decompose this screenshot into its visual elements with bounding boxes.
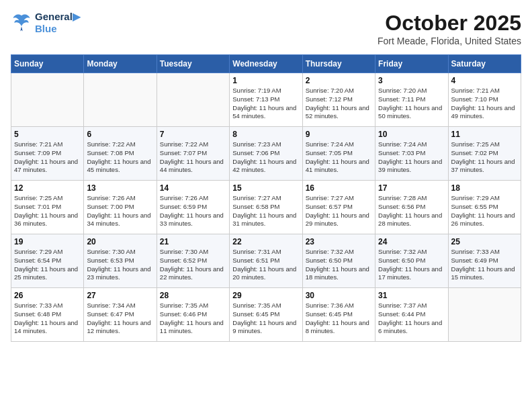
weekday-header: Wednesday [230, 55, 302, 73]
day-number: 3 [378, 76, 445, 85]
day-number: 17 [378, 183, 445, 193]
calendar-week-row: 19Sunrise: 7:29 AM Sunset: 6:54 PM Dayli… [11, 234, 521, 288]
calendar-cell: 11Sunrise: 7:25 AM Sunset: 7:02 PM Dayli… [448, 127, 521, 181]
day-info: Sunrise: 7:36 AM Sunset: 6:45 PM Dayligh… [306, 302, 372, 336]
calendar-cell: 14Sunrise: 7:26 AM Sunset: 6:59 PM Dayli… [157, 181, 229, 234]
day-info: Sunrise: 7:32 AM Sunset: 6:50 PM Dayligh… [378, 248, 445, 282]
logo-text: General▶ Blue [35, 11, 81, 34]
calendar-cell: 13Sunrise: 7:26 AM Sunset: 7:00 PM Dayli… [84, 181, 157, 234]
calendar-cell: 5Sunrise: 7:21 AM Sunset: 7:09 PM Daylig… [11, 127, 84, 181]
calendar-cell: 29Sunrise: 7:35 AM Sunset: 6:45 PM Dayli… [230, 288, 302, 342]
calendar-cell: 23Sunrise: 7:32 AM Sunset: 6:50 PM Dayli… [302, 234, 375, 288]
calendar-cell: 25Sunrise: 7:33 AM Sunset: 6:49 PM Dayli… [448, 234, 521, 288]
day-info: Sunrise: 7:32 AM Sunset: 6:50 PM Dayligh… [306, 248, 372, 282]
calendar-week-row: 26Sunrise: 7:33 AM Sunset: 6:48 PM Dayli… [11, 288, 521, 342]
calendar-cell: 12Sunrise: 7:25 AM Sunset: 7:01 PM Dayli… [11, 181, 84, 234]
calendar-cell: 31Sunrise: 7:37 AM Sunset: 6:44 PM Dayli… [375, 288, 448, 342]
day-info: Sunrise: 7:20 AM Sunset: 7:12 PM Dayligh… [306, 87, 372, 121]
day-info: Sunrise: 7:24 AM Sunset: 7:03 PM Dayligh… [378, 140, 445, 175]
calendar-cell: 30Sunrise: 7:36 AM Sunset: 6:45 PM Dayli… [302, 288, 375, 342]
day-info: Sunrise: 7:33 AM Sunset: 6:48 PM Dayligh… [14, 302, 81, 336]
calendar-cell: 8Sunrise: 7:23 AM Sunset: 7:06 PM Daylig… [230, 127, 302, 181]
day-info: Sunrise: 7:22 AM Sunset: 7:07 PM Dayligh… [160, 140, 226, 175]
calendar-cell: 19Sunrise: 7:29 AM Sunset: 6:54 PM Dayli… [11, 234, 84, 288]
calendar-cell [84, 73, 157, 127]
day-number: 16 [306, 183, 372, 193]
calendar-cell: 26Sunrise: 7:33 AM Sunset: 6:48 PM Dayli… [11, 288, 84, 342]
calendar-cell: 16Sunrise: 7:27 AM Sunset: 6:57 PM Dayli… [302, 181, 375, 234]
day-info: Sunrise: 7:24 AM Sunset: 7:05 PM Dayligh… [306, 140, 372, 175]
day-info: Sunrise: 7:37 AM Sunset: 6:44 PM Dayligh… [378, 302, 445, 336]
month-title: October 2025 [378, 11, 521, 36]
logo: General▶ Blue [11, 11, 81, 34]
day-info: Sunrise: 7:34 AM Sunset: 6:47 PM Dayligh… [87, 302, 153, 336]
calendar-cell [448, 288, 521, 342]
day-info: Sunrise: 7:22 AM Sunset: 7:08 PM Dayligh… [87, 140, 153, 175]
calendar-cell [11, 73, 84, 127]
page-header: General▶ Blue October 2025 Fort Meade, F… [11, 11, 521, 46]
location: Fort Meade, Florida, United States [378, 36, 521, 46]
day-info: Sunrise: 7:35 AM Sunset: 6:45 PM Dayligh… [232, 302, 299, 336]
day-number: 18 [451, 183, 518, 193]
day-number: 31 [378, 291, 445, 300]
day-info: Sunrise: 7:19 AM Sunset: 7:13 PM Dayligh… [232, 87, 299, 121]
day-number: 12 [14, 183, 81, 193]
calendar-cell: 21Sunrise: 7:30 AM Sunset: 6:52 PM Dayli… [157, 234, 229, 288]
calendar-week-row: 12Sunrise: 7:25 AM Sunset: 7:01 PM Dayli… [11, 181, 521, 234]
day-info: Sunrise: 7:29 AM Sunset: 6:55 PM Dayligh… [451, 194, 518, 228]
calendar-cell: 1Sunrise: 7:19 AM Sunset: 7:13 PM Daylig… [230, 73, 302, 127]
day-number: 5 [14, 130, 81, 139]
calendar-table: SundayMondayTuesdayWednesdayThursdayFrid… [11, 54, 521, 342]
day-info: Sunrise: 7:20 AM Sunset: 7:11 PM Dayligh… [378, 87, 445, 121]
day-number: 22 [232, 237, 299, 246]
day-number: 14 [160, 183, 226, 193]
day-number: 21 [160, 237, 226, 246]
calendar-cell: 2Sunrise: 7:20 AM Sunset: 7:12 PM Daylig… [302, 73, 375, 127]
day-info: Sunrise: 7:25 AM Sunset: 7:02 PM Dayligh… [451, 140, 518, 175]
day-info: Sunrise: 7:33 AM Sunset: 6:49 PM Dayligh… [451, 248, 518, 282]
day-number: 30 [306, 291, 372, 300]
weekday-header: Monday [84, 55, 157, 73]
day-number: 23 [306, 237, 372, 246]
calendar-cell: 17Sunrise: 7:28 AM Sunset: 6:56 PM Dayli… [375, 181, 448, 234]
day-info: Sunrise: 7:23 AM Sunset: 7:06 PM Dayligh… [232, 140, 299, 175]
day-number: 4 [451, 76, 518, 85]
calendar-week-row: 5Sunrise: 7:21 AM Sunset: 7:09 PM Daylig… [11, 127, 521, 181]
day-number: 11 [451, 130, 518, 139]
day-number: 19 [14, 237, 81, 246]
day-number: 9 [306, 130, 372, 139]
day-info: Sunrise: 7:21 AM Sunset: 7:10 PM Dayligh… [451, 87, 518, 121]
weekday-header: Thursday [302, 55, 375, 73]
day-number: 26 [14, 291, 81, 300]
day-number: 8 [232, 130, 299, 139]
title-block: October 2025 Fort Meade, Florida, United… [378, 11, 521, 46]
day-info: Sunrise: 7:21 AM Sunset: 7:09 PM Dayligh… [14, 140, 81, 175]
day-number: 15 [232, 183, 299, 193]
logo-icon [11, 12, 32, 34]
calendar-cell: 24Sunrise: 7:32 AM Sunset: 6:50 PM Dayli… [375, 234, 448, 288]
day-info: Sunrise: 7:27 AM Sunset: 6:57 PM Dayligh… [306, 194, 372, 228]
calendar-cell: 3Sunrise: 7:20 AM Sunset: 7:11 PM Daylig… [375, 73, 448, 127]
day-number: 10 [378, 130, 445, 139]
day-info: Sunrise: 7:31 AM Sunset: 6:51 PM Dayligh… [232, 248, 299, 282]
day-info: Sunrise: 7:27 AM Sunset: 6:58 PM Dayligh… [232, 194, 299, 228]
day-number: 2 [306, 76, 372, 85]
day-number: 7 [160, 130, 226, 139]
day-number: 24 [378, 237, 445, 246]
day-number: 13 [87, 183, 153, 193]
calendar-cell: 20Sunrise: 7:30 AM Sunset: 6:53 PM Dayli… [84, 234, 157, 288]
day-info: Sunrise: 7:30 AM Sunset: 6:53 PM Dayligh… [87, 248, 153, 282]
calendar-cell: 15Sunrise: 7:27 AM Sunset: 6:58 PM Dayli… [230, 181, 302, 234]
calendar-cell: 22Sunrise: 7:31 AM Sunset: 6:51 PM Dayli… [230, 234, 302, 288]
weekday-header: Tuesday [157, 55, 229, 73]
day-number: 27 [87, 291, 153, 300]
weekday-header: Saturday [448, 55, 521, 73]
calendar-cell: 28Sunrise: 7:35 AM Sunset: 6:46 PM Dayli… [157, 288, 229, 342]
day-number: 6 [87, 130, 153, 139]
day-info: Sunrise: 7:26 AM Sunset: 7:00 PM Dayligh… [87, 194, 153, 228]
calendar-week-row: 1Sunrise: 7:19 AM Sunset: 7:13 PM Daylig… [11, 73, 521, 127]
calendar-cell: 27Sunrise: 7:34 AM Sunset: 6:47 PM Dayli… [84, 288, 157, 342]
day-info: Sunrise: 7:30 AM Sunset: 6:52 PM Dayligh… [160, 248, 226, 282]
day-info: Sunrise: 7:35 AM Sunset: 6:46 PM Dayligh… [160, 302, 226, 336]
weekday-header: Sunday [11, 55, 84, 73]
